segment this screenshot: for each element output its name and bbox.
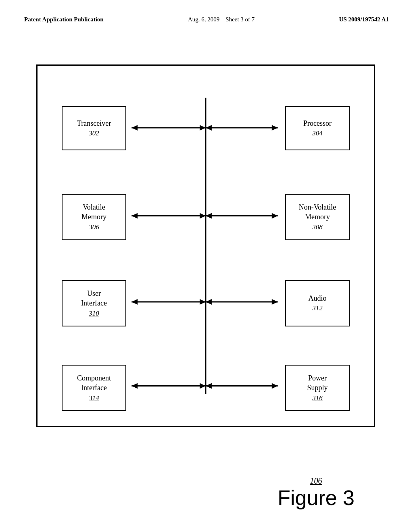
user-interface-label: UserInterface — [81, 289, 107, 308]
power-supply-number: 316 — [312, 394, 323, 402]
patent-number: US 2009/197542 A1 — [339, 16, 389, 23]
svg-marker-16 — [272, 299, 278, 305]
svg-marker-22 — [272, 383, 278, 389]
figure-number: 106 — [277, 476, 355, 486]
component-interface-number: 314 — [89, 394, 99, 402]
figure-label: 106 Figure 3 — [277, 476, 355, 510]
svg-marker-20 — [131, 383, 138, 389]
user-interface-number: 310 — [89, 310, 99, 318]
power-supply-box: PowerSupply 316 — [285, 365, 350, 411]
volatile-memory-box: VolatileMemory 306 — [62, 194, 126, 240]
svg-marker-12 — [200, 213, 206, 219]
publication-date: Aug. 6, 2009 — [188, 16, 219, 23]
transceiver-label: Transceiver — [77, 119, 111, 128]
audio-box: Audio 312 — [285, 280, 350, 326]
svg-marker-5 — [206, 125, 212, 131]
svg-marker-24 — [200, 383, 206, 389]
processor-label: Processor — [303, 119, 332, 128]
svg-marker-10 — [272, 213, 278, 219]
power-supply-label: PowerSupply — [307, 374, 327, 393]
processor-box: Processor 304 — [285, 106, 350, 150]
svg-marker-17 — [206, 299, 212, 305]
volatile-memory-label: VolatileMemory — [81, 203, 106, 222]
component-interface-box: ComponentInterface 314 — [62, 365, 126, 411]
svg-marker-4 — [272, 125, 278, 131]
sheet-info: Sheet 3 of 7 — [225, 16, 254, 23]
volatile-memory-number: 306 — [89, 223, 99, 231]
svg-marker-23 — [206, 383, 212, 389]
publication-title: Patent Application Publication — [24, 16, 104, 23]
transceiver-number: 302 — [89, 129, 99, 137]
svg-marker-2 — [131, 125, 138, 131]
user-interface-box: UserInterface 310 — [62, 280, 126, 326]
non-volatile-memory-number: 308 — [312, 223, 323, 231]
figure-caption: Figure 3 — [277, 486, 355, 510]
audio-label: Audio — [309, 294, 327, 303]
svg-marker-14 — [131, 299, 138, 305]
component-interface-label: ComponentInterface — [77, 374, 111, 393]
svg-marker-6 — [200, 125, 206, 131]
non-volatile-memory-label: Non-VolatileMemory — [299, 203, 336, 222]
diagram-container: Transceiver 302 Processor 304 VolatileMe… — [36, 64, 375, 427]
page-header: Patent Application Publication Aug. 6, 2… — [0, 0, 413, 23]
audio-number: 312 — [312, 304, 323, 312]
processor-number: 304 — [312, 129, 323, 137]
header-center: Aug. 6, 2009 Sheet 3 of 7 — [188, 16, 254, 23]
svg-marker-18 — [200, 299, 206, 305]
svg-marker-8 — [131, 213, 138, 219]
non-volatile-memory-box: Non-VolatileMemory 308 — [285, 194, 350, 240]
transceiver-box: Transceiver 302 — [62, 106, 126, 150]
svg-marker-11 — [206, 213, 212, 219]
